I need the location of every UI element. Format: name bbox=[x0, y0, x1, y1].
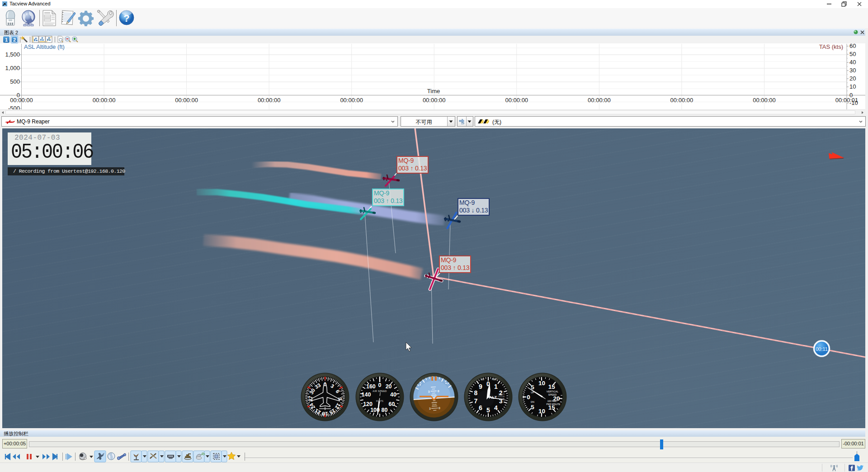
svg-text:00:00:00: 00:00:00 bbox=[258, 97, 281, 104]
svg-text:140: 140 bbox=[361, 392, 371, 398]
svg-text:00:11: 00:11 bbox=[816, 346, 828, 352]
svg-text:00:00:00: 00:00:00 bbox=[670, 97, 693, 104]
svg-text:9: 9 bbox=[337, 397, 343, 400]
svg-text:20 9.1 IN: 20 9.1 IN bbox=[498, 393, 505, 395]
svg-text:5: 5 bbox=[486, 406, 490, 414]
svg-text:DIVE: DIVE bbox=[432, 403, 437, 406]
svg-text:100 FEET: 100 FEET bbox=[547, 400, 558, 402]
svg-text:10: 10 bbox=[538, 380, 545, 387]
svg-text:0: 0 bbox=[849, 92, 853, 99]
svg-text:00:00:00: 00:00:00 bbox=[423, 97, 446, 104]
svg-text:ASL Altitude (ft): ASL Altitude (ft) bbox=[24, 43, 65, 50]
svg-text:00:00:00: 00:00:00 bbox=[10, 97, 33, 104]
svg-text:0: 0 bbox=[527, 394, 530, 401]
svg-text:7: 7 bbox=[474, 397, 478, 405]
svg-text:1: 1 bbox=[5, 37, 8, 42]
svg-text:TAS (kts): TAS (kts) bbox=[819, 43, 843, 50]
svg-text:50: 50 bbox=[849, 51, 856, 57]
svg-text:SPEED: SPEED bbox=[548, 393, 557, 396]
svg-text:15: 15 bbox=[548, 383, 556, 390]
svg-text:PER MINUTE: PER MINUTE bbox=[547, 403, 561, 406]
svg-text:18: 18 bbox=[322, 411, 328, 416]
svg-text:1,000: 1,000 bbox=[5, 65, 20, 71]
svg-text:6: 6 bbox=[479, 404, 482, 411]
svg-text:AIR SPEED: AIR SPEED bbox=[373, 390, 387, 392]
svg-text:60: 60 bbox=[849, 43, 856, 49]
svg-text:4: 4 bbox=[494, 404, 498, 411]
svg-text:9: 9 bbox=[479, 383, 482, 390]
svg-text:1,500: 1,500 bbox=[5, 51, 20, 58]
svg-text:00:00:00: 00:00:00 bbox=[505, 97, 528, 104]
svg-text:-10: -10 bbox=[849, 99, 858, 106]
svg-text:40: 40 bbox=[849, 59, 856, 66]
svg-text:1: 1 bbox=[494, 383, 498, 390]
svg-text:00:00:00: 00:00:00 bbox=[175, 97, 198, 104]
svg-text:160: 160 bbox=[366, 383, 375, 390]
svg-text:500: 500 bbox=[10, 78, 20, 85]
svg-text:VERTICAL: VERTICAL bbox=[547, 390, 558, 393]
svg-text:00:00:00: 00:00:00 bbox=[340, 97, 363, 104]
svg-text:?: ? bbox=[123, 13, 129, 24]
svg-text:60: 60 bbox=[388, 401, 395, 407]
svg-text:2: 2 bbox=[13, 37, 16, 42]
svg-text:100: 100 bbox=[481, 378, 484, 381]
svg-text:Time: Time bbox=[427, 88, 440, 94]
svg-text:5: 5 bbox=[531, 404, 534, 411]
svg-text:120: 120 bbox=[363, 401, 373, 407]
svg-text:0: 0 bbox=[378, 382, 381, 388]
svg-text:20: 20 bbox=[849, 75, 856, 82]
svg-text:-500: -500 bbox=[8, 105, 20, 109]
svg-text:29.92 HG: 29.92 HG bbox=[498, 396, 505, 397]
svg-text:00:00:00: 00:00:00 bbox=[753, 97, 776, 104]
svg-text:10: 10 bbox=[849, 83, 856, 90]
svg-text:40: 40 bbox=[390, 392, 396, 398]
svg-text:FEET: FEET bbox=[492, 378, 497, 381]
svg-text:8: 8 bbox=[474, 389, 478, 396]
svg-text:00:00:00: 00:00:00 bbox=[588, 97, 611, 104]
svg-text:30: 30 bbox=[849, 67, 856, 74]
svg-text:80: 80 bbox=[381, 407, 387, 413]
svg-text:00:00:00: 00:00:00 bbox=[93, 97, 116, 104]
svg-text:DN: DN bbox=[531, 401, 534, 403]
svg-text:20: 20 bbox=[385, 383, 392, 390]
